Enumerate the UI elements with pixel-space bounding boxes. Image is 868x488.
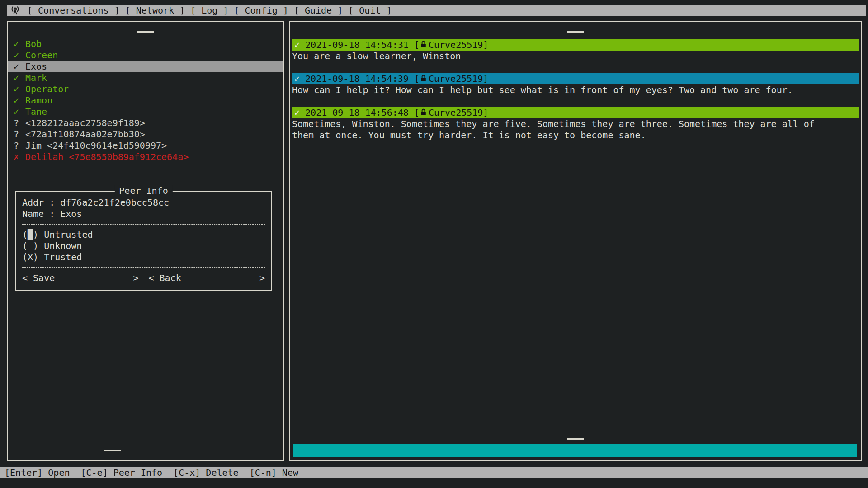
- scroll-indicator-bottom: [567, 438, 584, 440]
- shortcut-peer-info: [C-e] Peer Info: [81, 467, 163, 478]
- message-body: You are a slow learner, Winston: [292, 51, 830, 62]
- menu-item-log[interactable]: [ Log ]: [190, 5, 228, 16]
- cipher-label: Curve25519: [429, 107, 483, 118]
- contact-row[interactable]: ✓Operator: [8, 84, 283, 95]
- radio-untrusted[interactable]: (█) Untrusted: [22, 229, 265, 240]
- status-bar: [Enter] Open [C-e] Peer Info [C-x] Delet…: [0, 467, 868, 478]
- peer-name-row: Name :Exos: [22, 208, 265, 220]
- peer-addr-row: Addr :df76a2c21f2e0bcc58cc: [22, 197, 265, 208]
- contact-row[interactable]: ✗Delilah <75e8550b89af912ce64a>: [8, 151, 283, 163]
- trusted-check-icon: ✓: [14, 61, 25, 72]
- contact-label: Jim <24f410c9614e1d590997>: [25, 140, 167, 151]
- lock-icon: [420, 107, 426, 118]
- untrusted-x-icon: ✗: [14, 151, 25, 163]
- message-timestamp: 2021-09-18 14:56:48: [305, 107, 409, 118]
- peer-addr-value: df76a2c21f2e0bcc58cc: [60, 197, 169, 208]
- contact-row[interactable]: ✓Mark: [8, 72, 283, 84]
- trusted-check-icon: ✓: [14, 72, 25, 84]
- verified-check-icon: ✓: [294, 107, 300, 118]
- contact-label: <128212aaac2758e9f189>: [25, 117, 145, 129]
- scroll-indicator-bottom: [104, 450, 121, 451]
- save-button[interactable]: <Save >: [22, 272, 139, 284]
- menu-item-quit[interactable]: [ Quit ]: [348, 5, 392, 16]
- message: ✓2021-09-18 14:54:31 [Curve25519] You ar…: [292, 39, 859, 62]
- peer-name-value: Exos: [60, 208, 82, 220]
- radio-label: Untrusted: [44, 229, 93, 240]
- peer-name-label: Name :: [22, 208, 55, 220]
- contact-row[interactable]: ?<72a1f10874aa02e7bb30>: [8, 129, 283, 140]
- lock-icon: [420, 39, 426, 51]
- message-body: Sometimes, Winston. Sometimes they are f…: [292, 118, 830, 141]
- left-arrow: <: [22, 272, 28, 284]
- lock-icon: [420, 73, 426, 84]
- contact-label: Operator: [25, 84, 69, 95]
- contact-label: Exos: [25, 61, 47, 72]
- menu-items: [ Conversations ] [ Network ] [ Log ] [ …: [7, 5, 392, 16]
- menu-item-guide[interactable]: [ Guide ]: [294, 5, 343, 16]
- unknown-question-icon: ?: [14, 117, 25, 129]
- right-arrow: >: [259, 272, 265, 284]
- contact-row[interactable]: ?<128212aaac2758e9f189>: [8, 117, 283, 129]
- trusted-check-icon: ✓: [14, 95, 25, 106]
- message-list: ✓2021-09-18 14:54:31 [Curve25519] You ar…: [292, 39, 859, 152]
- scroll-indicator-top: [567, 31, 584, 33]
- message-header: ✓2021-09-18 14:54:39 [Curve25519]: [292, 73, 859, 84]
- peer-info-box: Peer Info Addr :df76a2c21f2e0bcc58cc Nam…: [15, 191, 272, 291]
- contact-label: Mark: [25, 72, 47, 84]
- contact-row[interactable]: ✓Bob: [8, 38, 283, 50]
- trusted-check-icon: ✓: [14, 38, 25, 50]
- contacts-panel: ✓Bob ✓Coreen ✓Exos ✓Mark ✓Operator ✓Ramo…: [7, 21, 284, 461]
- contact-label: Tane: [25, 106, 47, 117]
- message-timestamp: 2021-09-18 14:54:39: [305, 73, 409, 84]
- shortcut-new: [C-n] New: [250, 467, 298, 478]
- broadcast-icon: [9, 5, 21, 16]
- peer-info-title: Peer Info: [114, 185, 172, 197]
- message-header: ✓2021-09-18 14:56:48 [Curve25519]: [292, 107, 859, 118]
- radio-mark: ( ): [22, 240, 38, 252]
- radio-label: Trusted: [44, 252, 82, 263]
- radio-mark: (█): [22, 229, 38, 240]
- conversation-panel: ✓2021-09-18 14:54:31 [Curve25519] You ar…: [289, 21, 862, 461]
- message: ✓2021-09-18 14:54:39 [Curve25519] How ca…: [292, 73, 859, 96]
- contact-label: <72a1f10874aa02e7bb30>: [25, 129, 145, 140]
- unknown-question-icon: ?: [14, 140, 25, 151]
- contact-label: Bob: [25, 38, 42, 50]
- message-body: How can I help it? How can I help but se…: [292, 84, 830, 96]
- separator: [22, 224, 265, 225]
- contact-row[interactable]: ✓Ramon: [8, 95, 283, 106]
- contact-row[interactable]: ✓Coreen: [8, 50, 283, 61]
- verified-check-icon: ✓: [294, 39, 300, 51]
- shortcut-delete: [C-x] Delete: [173, 467, 239, 478]
- radio-label: Unknown: [44, 240, 82, 252]
- message: ✓2021-09-18 14:56:48 [Curve25519] Someti…: [292, 107, 859, 141]
- cipher-label: Curve25519: [429, 39, 483, 51]
- radio-trusted[interactable]: (X) Trusted: [22, 252, 265, 263]
- left-arrow: <: [149, 272, 154, 284]
- back-button[interactable]: <Back >: [149, 272, 265, 284]
- text-cursor: █: [28, 229, 33, 240]
- verified-check-icon: ✓: [294, 73, 300, 84]
- right-arrow: >: [133, 272, 138, 284]
- menu-item-config[interactable]: [ Config ]: [234, 5, 288, 16]
- menu-item-network[interactable]: [ Network ]: [125, 5, 185, 16]
- message-header: ✓2021-09-18 14:54:31 [Curve25519]: [292, 39, 859, 51]
- message-input[interactable]: [293, 444, 857, 457]
- radio-unknown[interactable]: ( ) Unknown: [22, 240, 265, 252]
- menu-item-conversations[interactable]: [ Conversations ]: [27, 5, 120, 16]
- radio-mark: (X): [22, 252, 38, 263]
- shortcut-open: [Enter] Open: [5, 467, 70, 478]
- trusted-check-icon: ✓: [14, 50, 25, 61]
- contact-row[interactable]: ✓Tane: [8, 106, 283, 117]
- unknown-question-icon: ?: [14, 129, 25, 140]
- separator: [22, 267, 265, 268]
- contact-list: ✓Bob ✓Coreen ✓Exos ✓Mark ✓Operator ✓Ramo…: [8, 38, 283, 163]
- contact-row[interactable]: ?Jim <24f410c9614e1d590997>: [8, 140, 283, 151]
- contact-row-selected[interactable]: ✓Exos: [8, 61, 283, 72]
- cipher-label: Curve25519: [429, 73, 483, 84]
- contact-label: Coreen: [25, 50, 58, 61]
- trusted-check-icon: ✓: [14, 84, 25, 95]
- contact-label: Ramon: [25, 95, 52, 106]
- message-timestamp: 2021-09-18 14:54:31: [305, 39, 409, 51]
- peer-addr-label: Addr :: [22, 197, 55, 208]
- trusted-check-icon: ✓: [14, 106, 25, 117]
